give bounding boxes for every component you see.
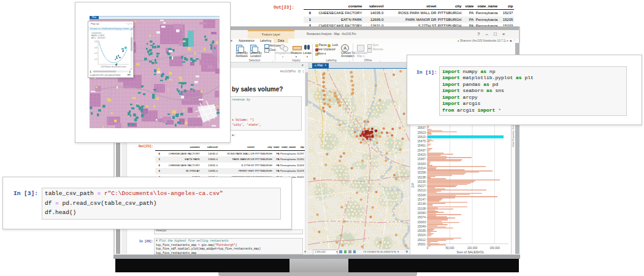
svg-text:15235: 15235 [417, 180, 426, 183]
svg-text:15227: 15227 [417, 185, 426, 188]
svg-text:15367: 15367 [417, 158, 426, 161]
svg-text:15074: 15074 [417, 216, 426, 219]
svg-text:0: 0 [427, 247, 429, 250]
svg-text:Chart Properties: Chart Properties [512, 131, 515, 147]
svg-text:0.4: 0.4 [94, 52, 98, 55]
svg-text:15461: 15461 [417, 144, 426, 147]
svg-text:15475: 15475 [417, 140, 426, 143]
svg-text:15333: 15333 [417, 163, 426, 166]
svg-text:15049: 15049 [417, 225, 426, 228]
svg-text:15139: 15139 [417, 202, 426, 205]
svg-text:15063: 15063 [417, 221, 426, 224]
svg-text:15258: 15258 [417, 171, 426, 174]
svg-text:150,000: 150,000 [489, 247, 500, 250]
svg-text:15147: 15147 [417, 198, 426, 201]
svg-text:15035: 15035 [417, 229, 426, 232]
svg-text:15090: 15090 [417, 212, 426, 215]
svg-text:15001: 15001 [417, 243, 426, 246]
svg-text:15108: 15108 [417, 207, 426, 210]
svg-text:2019 Median Household Income: 2019 Median Household Income [101, 66, 126, 68]
svg-text:15213: 15213 [417, 189, 426, 192]
svg-text:15423: 15423 [417, 153, 426, 156]
svg-text:100,000: 100,000 [467, 247, 478, 250]
svg-text:Sum of SALESVOL: Sum of SALESVOL [457, 250, 485, 254]
svg-text:15206: 15206 [417, 194, 426, 197]
svg-text:15610: 15610 [417, 136, 426, 139]
svg-text:15238: 15238 [417, 176, 426, 179]
svg-text:0.2: 0.2 [94, 58, 98, 61]
svg-text:15623: 15623 [417, 131, 426, 134]
svg-text:0.6: 0.6 [94, 47, 98, 49]
svg-text:15024: 15024 [417, 234, 426, 237]
svg-text:15314: 15314 [417, 167, 426, 170]
svg-text:0.8: 0.8 [94, 40, 98, 43]
svg-text:ZIP: ZIP [411, 182, 415, 187]
svg-text:50,000: 50,000 [445, 247, 454, 250]
svg-text:15012: 15012 [417, 239, 426, 242]
svg-text:15637: 15637 [417, 126, 426, 129]
svg-text:15437: 15437 [417, 149, 426, 152]
